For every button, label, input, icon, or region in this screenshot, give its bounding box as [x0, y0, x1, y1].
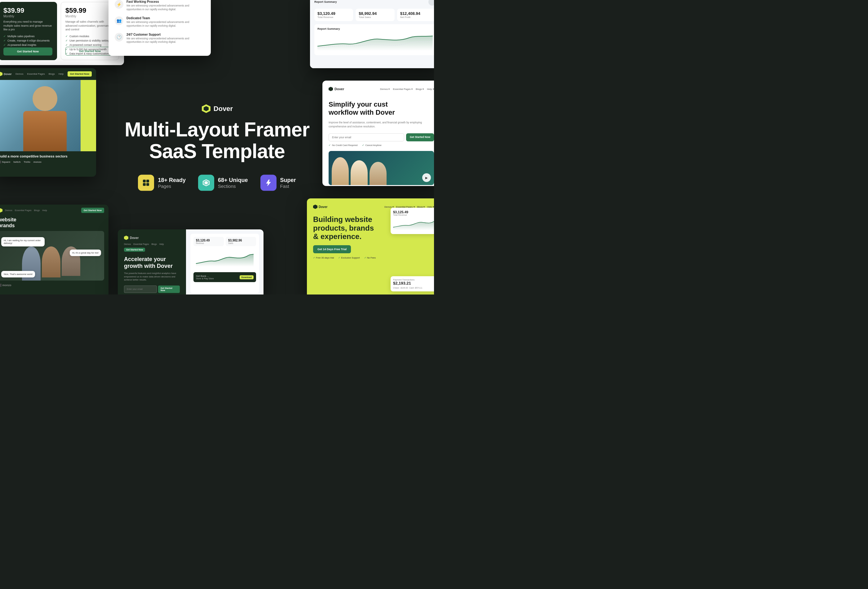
- features-card: ⚡ Fast Working Process We are witnessing…: [108, 0, 211, 56]
- plan2-price: $59.99: [65, 6, 114, 15]
- feature-item-fast: Super Fast: [260, 174, 296, 190]
- chat-image: Hi, I am waiting for my current order de…: [0, 231, 104, 280]
- chat-logo-icon: [0, 208, 3, 213]
- acc-logo: Dover: [124, 236, 180, 240]
- plan1-cta[interactable]: Get Started Now: [3, 47, 52, 56]
- feature-item-pages: 18+ Ready Pages: [138, 174, 186, 190]
- person-2: [351, 160, 368, 185]
- simplify-photo: ▶: [329, 151, 434, 185]
- chat-nav: Demos Essential Pages Blogs Help Get Sta…: [0, 208, 104, 213]
- chat-bubble-3: Nice, That's awesome work!: [1, 271, 35, 278]
- profile-cta[interactable]: Get Started Now: [68, 71, 92, 77]
- features-row: 18+ Ready Pages 68+ Unique Sections: [124, 174, 310, 190]
- building-logo-icon: [313, 205, 317, 209]
- feature-text-sections: 68+ Unique Sections: [218, 177, 248, 189]
- acc-submit-btn[interactable]: Get Started Now: [158, 285, 180, 293]
- chat-person-2: [42, 247, 61, 278]
- dash-stat-2: $12,408.94 Net Profit: [397, 9, 434, 21]
- svg-rect-3: [146, 180, 149, 182]
- svg-rect-4: [143, 183, 146, 186]
- feature-row-2: 👥 Dedicated Team We are witnessing unpre…: [115, 16, 205, 28]
- payment-widget: Payment Transactions $2,193.21 Chase: -$…: [391, 276, 434, 291]
- feature-item-sections: 68+ Unique Sections: [198, 174, 248, 190]
- team-icon: 👥: [115, 16, 123, 25]
- dover-logo: Dover: [124, 104, 310, 114]
- simplify-logo-icon: [329, 87, 333, 91]
- logo-text: Dover: [214, 105, 233, 113]
- simplify-nav: Dover Demos ▾ Essential Pages ▾ Blogs ▾ …: [329, 87, 434, 91]
- chat-card: Demos Essential Pages Blogs Help Get Sta…: [0, 205, 108, 294]
- acc-title: Accelerate your growth with Dover: [124, 256, 180, 269]
- chat-logos: ⬛ monzo: [0, 283, 104, 287]
- pages-icon: [138, 174, 154, 190]
- dash-title: Report Summary: [314, 0, 337, 3]
- simplify-cta[interactable]: Get Started Now: [406, 133, 434, 141]
- dash-chart: Report Summary: [314, 24, 434, 55]
- fast-icon: [260, 174, 276, 190]
- dashboard-card: Report Summary $3,120.49 Total Revenue $…: [310, 0, 434, 68]
- profile-logo-icon: [0, 72, 3, 76]
- acc-input-row: Get Started Now: [124, 285, 180, 293]
- building-badges: Free 30-days trial Exclusive Support No …: [313, 256, 434, 259]
- simplify-nav-links: Demos ▾ Essential Pages ▾ Blogs ▾ Help ▾: [380, 88, 434, 90]
- profile-photo-area: [0, 80, 96, 151]
- plan1-price: $39.99: [3, 6, 52, 15]
- acc-dashboard: $3,120.49 Revenue $3,982.96 Sales: [190, 234, 259, 293]
- center-content: Dover Multi-Layout Framer SaaS Template …: [124, 104, 310, 191]
- dash-user-avatar: [428, 0, 434, 6]
- building-card: Dover Demos ▾ Essential Pages ▾ Blogs ▾ …: [307, 198, 434, 294]
- feature-row-3: 🕐 24/7 Customer Support We are witnessin…: [115, 33, 205, 44]
- feature-text-pages: 18+ Ready Pages: [158, 177, 186, 189]
- pricing-card: $39.99 Monthly Everything you need to ma…: [0, 0, 124, 65]
- profile-logo-text: Dover: [4, 72, 12, 76]
- acc-email-input[interactable]: [124, 285, 157, 293]
- svg-rect-2: [143, 180, 146, 182]
- acc-stats: $3,120.49 Revenue $3,982.96 Sales: [193, 237, 256, 246]
- profile-yellow-accent: [81, 80, 96, 151]
- simplify-title: Simplify your custworkflow with Dover: [329, 100, 434, 117]
- simplify-desc: Improve the level of assistance, content…: [329, 121, 434, 128]
- dash-stat-0: $3,120.49 Total Revenue: [314, 9, 353, 21]
- profile-bottom: Build a more competitive business sector…: [0, 151, 96, 167]
- acc-stat-0: $3,120.49 Revenue: [193, 237, 224, 246]
- sections-icon: [198, 174, 214, 190]
- accelerate-left: Dover Demos Essential Pages Blogs Help G…: [118, 229, 186, 294]
- feature-text-fast: Super Fast: [280, 177, 296, 189]
- acc-nav: Demos Essential Pages Blogs Help Get Sta…: [124, 243, 180, 252]
- person-3: [369, 162, 387, 185]
- main-title: Multi-Layout Framer SaaS Template: [124, 119, 310, 162]
- profile-nav-links: Demos Essential Pages Blogs Help: [16, 72, 63, 75]
- dash-stat-1: $8,992.94 Total Sales: [356, 9, 394, 21]
- feature-row-1: ⚡ Fast Working Process We are witnessing…: [115, 0, 205, 12]
- acc-cta[interactable]: Get Started Now: [124, 248, 145, 252]
- building-dashboard: $3,125.49 Total Revenue: [391, 208, 434, 234]
- plan2-cta[interactable]: Get Started Now: [65, 47, 114, 56]
- acc-logo-icon: [124, 236, 128, 240]
- simplify-card: Dover Demos ▾ Essential Pages ▾ Blogs ▾ …: [322, 81, 434, 186]
- chat-bubble-2: Hi, it's a great day for me!: [70, 249, 101, 256]
- profile-logos: ⬛ Square twitch Trello monzo: [0, 161, 92, 163]
- acc-mini-chart: [193, 249, 256, 270]
- simplify-email-input[interactable]: [329, 133, 404, 141]
- person-1: [332, 157, 349, 185]
- support-icon: 🕐: [115, 33, 123, 41]
- building-cta[interactable]: Get 14 Days Free Trial: [313, 245, 351, 253]
- dash-stats: $3,120.49 Total Revenue $8,992.94 Total …: [314, 9, 434, 21]
- dover-logo-icon: [201, 104, 211, 114]
- fast-process-icon: ⚡: [115, 0, 123, 9]
- accelerate-right: $3,120.49 Revenue $3,982.96 Sales: [186, 229, 264, 294]
- chat-cta[interactable]: Get Started Now: [81, 208, 104, 213]
- acc-desc: The powerful features and insightful ana…: [124, 272, 180, 282]
- simplify-input-row: Get Started Now: [329, 133, 434, 141]
- chart-svg: [317, 32, 433, 51]
- acc-stat-1: $3,982.96 Sales: [226, 237, 256, 246]
- svg-rect-5: [146, 183, 149, 186]
- chat-heading: websitebrands: [0, 217, 104, 229]
- building-logo: Dover: [313, 205, 327, 209]
- profile-card: Dover Demos Essential Pages Blogs Help G…: [0, 68, 96, 177]
- chat-bubble-1: Hi, I am waiting for my current order de…: [1, 237, 45, 247]
- dash-header: Report Summary: [314, 0, 434, 6]
- accelerate-card: Dover Demos Essential Pages Blogs Help G…: [118, 229, 264, 294]
- simplify-badges: No Credit Card Required Cancel Anytime: [329, 144, 434, 147]
- profile-nav: Dover Demos Essential Pages Blogs Help G…: [0, 68, 96, 80]
